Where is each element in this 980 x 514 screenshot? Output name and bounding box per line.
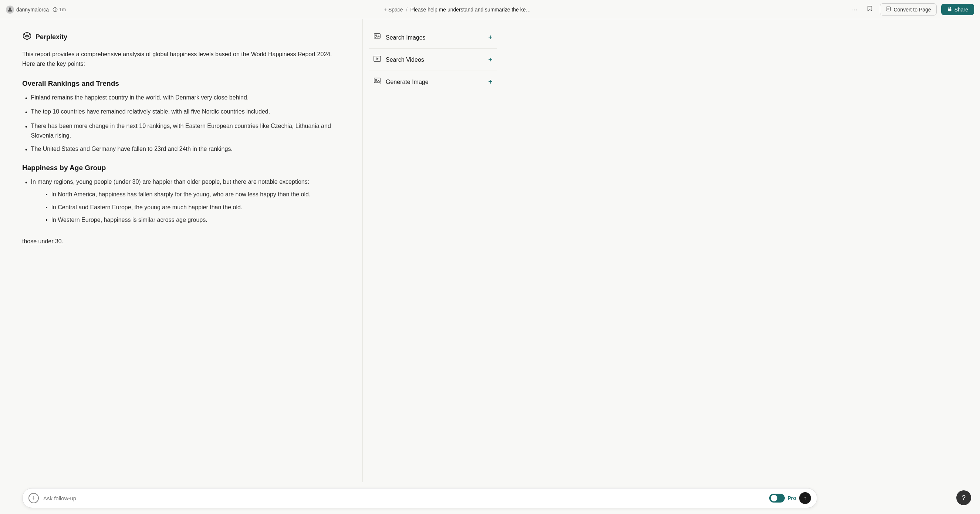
search-videos-label: Search Videos — [386, 57, 424, 63]
space-link[interactable]: + Space — [384, 6, 403, 13]
search-images-item[interactable]: Search Images + — [369, 27, 497, 49]
list-item: There has been more change in the next 1… — [22, 121, 340, 141]
list-item: In Central and Eastern Europe, the young… — [43, 203, 311, 212]
more-icon: ⋯ — [851, 6, 858, 14]
generate-image-icon — [373, 77, 381, 87]
right-sidebar: Search Images + Search Videos + — [363, 19, 503, 514]
search-images-label: Search Images — [386, 34, 426, 41]
lock-icon — [947, 6, 952, 13]
bullet-text: In many regions, young people (under 30)… — [31, 178, 310, 185]
list-item: The United States and Germany have falle… — [22, 144, 340, 154]
section1-title: Overall Rankings and Trends — [22, 80, 340, 88]
bookmark-icon — [867, 5, 873, 14]
truncated-text: those under 30. — [22, 237, 340, 246]
nested-bullet-text: In North America, happiness has fallen s… — [51, 190, 311, 199]
user-info: dannymaiorca — [6, 6, 49, 14]
add-attachment-button[interactable]: + — [29, 493, 39, 503]
search-images-icon — [373, 33, 381, 43]
bullet-text: The United States and Germany have falle… — [31, 144, 232, 154]
breadcrumb-separator: / — [406, 6, 407, 13]
generate-image-label: Generate Image — [386, 79, 429, 86]
list-item: In North America, happiness has fallen s… — [43, 190, 311, 199]
section1-bullets: Finland remains the happiest country in … — [22, 93, 340, 155]
search-videos-item[interactable]: Search Videos + — [369, 49, 497, 71]
time-display: 1m — [59, 6, 66, 12]
bottom-bar: + Pro ↑ — [0, 482, 840, 514]
section2-bullets: In many regions, young people (under 30)… — [22, 177, 340, 228]
convert-to-page-button[interactable]: Convert to Page — [880, 3, 936, 16]
nested-bullet-text: In Central and Eastern Europe, the young… — [51, 203, 243, 212]
help-button[interactable]: ? — [956, 490, 971, 505]
perplexity-label: Perplexity — [35, 33, 67, 41]
svg-point-9 — [375, 35, 377, 36]
share-label: Share — [955, 6, 968, 13]
bullet-text: The top 10 countries have remained relat… — [31, 107, 270, 116]
sidebar-action-left: Search Videos — [373, 55, 424, 65]
generate-image-plus-icon: + — [488, 78, 493, 86]
topbar: dannymaiorca 1m + Space / Please help me… — [0, 0, 980, 19]
search-videos-plus-icon: + — [488, 56, 493, 64]
page-title: Please help me understand and summarize … — [410, 6, 531, 13]
bookmark-button[interactable] — [864, 3, 875, 16]
main-content: Perplexity This report provides a compre… — [0, 19, 363, 514]
avatar — [6, 6, 14, 14]
time-badge: 1m — [52, 6, 66, 12]
sidebar-action-left: Search Images — [373, 33, 426, 43]
svg-point-0 — [9, 7, 11, 10]
sidebar-action-left: Generate Image — [373, 77, 429, 87]
more-options-button[interactable]: ⋯ — [849, 3, 860, 16]
list-item: In many regions, young people (under 30)… — [22, 177, 340, 228]
generate-image-item[interactable]: Generate Image + — [369, 71, 497, 93]
svg-point-13 — [375, 79, 377, 81]
svg-marker-11 — [377, 57, 379, 60]
help-icon: ? — [962, 494, 966, 502]
send-icon: ↑ — [804, 495, 807, 501]
pro-toggle[interactable] — [769, 494, 785, 503]
bullet-text: There has been more change in the next 1… — [31, 121, 340, 141]
intro-text: This report provides a comprehensive ana… — [22, 49, 340, 69]
topbar-left: dannymaiorca 1m — [6, 6, 66, 14]
list-item: In Western Europe, happiness is similar … — [43, 215, 311, 225]
nested-bullet-text: In Western Europe, happiness is similar … — [51, 215, 207, 225]
convert-icon — [885, 6, 891, 13]
bullet-text: Finland remains the happiest country in … — [31, 93, 249, 102]
pro-toggle-container: Pro — [769, 494, 796, 503]
search-videos-icon — [373, 55, 381, 65]
breadcrumb: + Space / Please help me understand and … — [384, 6, 531, 13]
username: dannymaiorca — [16, 6, 49, 13]
convert-label: Convert to Page — [894, 6, 931, 13]
follow-up-input[interactable] — [39, 495, 769, 501]
nested-bullets: In North America, happiness has fallen s… — [43, 190, 311, 225]
pro-label: Pro — [788, 495, 796, 501]
list-item: Finland remains the happiest country in … — [22, 93, 340, 103]
list-item: The top 10 countries have remained relat… — [22, 107, 340, 117]
follow-up-input-container: + Pro ↑ — [22, 488, 817, 508]
perplexity-logo-icon — [22, 31, 32, 43]
send-button[interactable]: ↑ — [799, 492, 811, 504]
layout: Perplexity This report provides a compre… — [0, 19, 980, 514]
svg-rect-3 — [948, 8, 951, 11]
topbar-actions: ⋯ Convert to Page — [849, 3, 974, 16]
section2-title: Happiness by Age Group — [22, 164, 340, 172]
perplexity-header: Perplexity — [22, 31, 340, 43]
share-button[interactable]: Share — [941, 4, 974, 15]
search-images-plus-icon: + — [488, 33, 493, 42]
